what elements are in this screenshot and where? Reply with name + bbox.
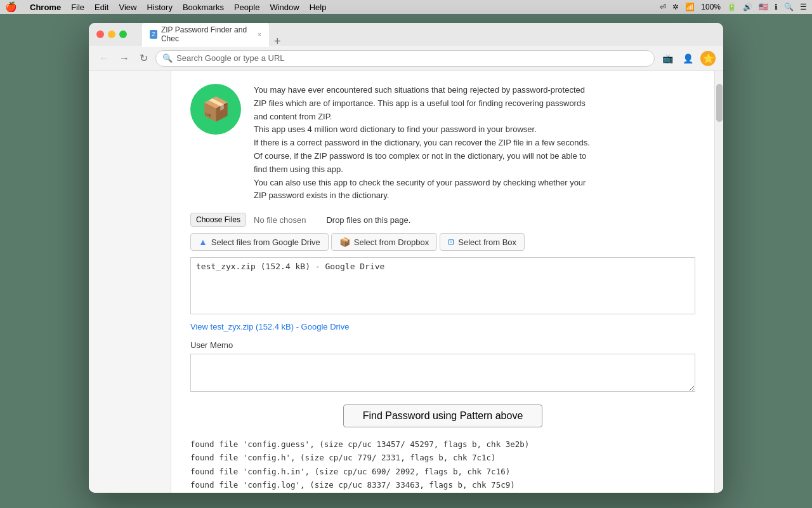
dropbox-label: Select from Dropbox bbox=[354, 237, 429, 247]
output-line-4: found file 'config.status', (size cp/uc … bbox=[190, 491, 695, 493]
intro-line-6: Of course, if the ZIP password is too co… bbox=[254, 151, 586, 161]
menubar-chrome[interactable]: Chrome bbox=[30, 3, 61, 12]
nav-bar: ← → ↻ 🔍 Search Google or type a URL 📺 👤 … bbox=[89, 46, 723, 71]
menubar-edit[interactable]: Edit bbox=[95, 3, 108, 12]
search-icon[interactable]: 🔍 bbox=[784, 3, 794, 11]
output-line-3: found file 'config.log', (size cp/uc 833… bbox=[190, 478, 695, 491]
battery-icon: 🔋 bbox=[727, 3, 737, 11]
menubar-people[interactable]: People bbox=[234, 3, 259, 12]
menubar-help[interactable]: Help bbox=[310, 3, 327, 12]
file-row: Choose Files No file chosen Drop files o… bbox=[190, 213, 695, 227]
file-display-area bbox=[190, 257, 695, 314]
dropbox-icon: 📦 bbox=[339, 237, 350, 247]
gdrive-label: Select files from Google Drive bbox=[211, 237, 320, 247]
output-log: found file 'config.guess', (size cp/uc 1… bbox=[190, 438, 695, 493]
box-icon: ⊡ bbox=[448, 237, 454, 246]
maximize-button[interactable] bbox=[119, 30, 127, 38]
file-section: Choose Files No file chosen Drop files o… bbox=[190, 213, 695, 331]
user-memo-input[interactable] bbox=[190, 354, 695, 392]
intro-line-7: find them using this app. bbox=[254, 164, 343, 174]
apple-icon: 🍎 bbox=[5, 1, 17, 13]
file-chosen-label: No file chosen bbox=[254, 215, 306, 225]
new-tab-button[interactable]: + bbox=[274, 36, 281, 47]
sidebar bbox=[89, 71, 171, 493]
drop-text: Drop files on this page. bbox=[326, 215, 410, 225]
info-icon: ℹ bbox=[775, 3, 778, 11]
view-file-link[interactable]: View test_zyx.zip (152.4 kB) - Google Dr… bbox=[190, 322, 349, 331]
menubar: 🍎 Chrome File Edit View History Bookmark… bbox=[0, 0, 812, 14]
view-link-container: View test_zyx.zip (152.4 kB) - Google Dr… bbox=[190, 322, 695, 331]
intro-line-5: If there is a correct password in the di… bbox=[254, 138, 590, 147]
page-content: 📦 You may have ever encountered such sit… bbox=[89, 71, 723, 493]
browser-window: Z ZIP Password Finder and Chec × + ← → ↻… bbox=[89, 23, 723, 493]
profile-icon[interactable]: 👤 bbox=[680, 51, 695, 66]
reload-button[interactable]: ↻ bbox=[137, 51, 150, 65]
tab-favicon: Z bbox=[150, 30, 157, 39]
active-tab[interactable]: Z ZIP Password Finder and Chec × bbox=[142, 23, 269, 47]
intro-line-8: You can also use this app to check the s… bbox=[254, 178, 586, 187]
intro-line-3: and content from ZIP. bbox=[254, 112, 332, 121]
gdrive-button[interactable]: ▲ Select files from Google Drive bbox=[190, 233, 329, 251]
tab-title: ZIP Password Finder and Chec bbox=[161, 25, 251, 43]
intro-section: 📦 You may have ever encountered such sit… bbox=[190, 84, 695, 203]
box-button[interactable]: ⊡ Select from Box bbox=[440, 233, 525, 251]
gdrive-icon: ▲ bbox=[199, 237, 207, 247]
address-text: Search Google or type a URL bbox=[176, 53, 285, 63]
intro-line-2: ZIP files which are of importance. This … bbox=[254, 98, 586, 108]
main-content: 📦 You may have ever encountered such sit… bbox=[171, 71, 714, 493]
menubar-history[interactable]: History bbox=[147, 3, 172, 12]
address-bar[interactable]: 🔍 Search Google or type a URL bbox=[155, 50, 655, 67]
intro-line-9: ZIP password exists in the dictionary. bbox=[254, 190, 389, 200]
intro-line-4: This app uses 4 million word dictionary … bbox=[254, 124, 537, 134]
tabs-bar: Z ZIP Password Finder and Chec × + bbox=[142, 23, 716, 47]
title-bar: Z ZIP Password Finder and Chec × + bbox=[89, 23, 723, 46]
close-button[interactable] bbox=[96, 30, 104, 38]
traffic-lights bbox=[96, 30, 127, 38]
flag-icon: 🇺🇸 bbox=[759, 3, 768, 11]
choose-files-button[interactable]: Choose Files bbox=[190, 213, 246, 227]
forward-button[interactable]: → bbox=[117, 51, 132, 65]
menubar-view[interactable]: View bbox=[119, 3, 136, 12]
tab-close-button[interactable]: × bbox=[258, 31, 261, 38]
intro-line-1: You may have ever encountered such situa… bbox=[254, 85, 585, 95]
scrollbar-thumb[interactable] bbox=[716, 84, 723, 122]
back-button[interactable]: ← bbox=[96, 51, 112, 65]
search-icon: 🔍 bbox=[162, 53, 173, 63]
cast-icon[interactable]: 📺 bbox=[660, 51, 675, 66]
find-password-button[interactable]: Find Password using Pattern above bbox=[343, 404, 543, 427]
dropbox-button[interactable]: 📦 Select from Dropbox bbox=[331, 233, 438, 251]
intro-text: You may have ever encountered such situa… bbox=[254, 84, 590, 203]
wifi-icon: 📶 bbox=[685, 3, 695, 11]
app-icon: 📦 bbox=[190, 84, 241, 135]
output-line-0: found file 'config.guess', (size cp/uc 1… bbox=[190, 438, 695, 451]
battery-label: 100% bbox=[701, 3, 721, 11]
time-machine-icon: ⏎ bbox=[660, 3, 666, 11]
minimize-button[interactable] bbox=[108, 30, 115, 38]
extension-icon[interactable]: ⭐ bbox=[700, 51, 716, 66]
bluetooth-icon: ✲ bbox=[672, 3, 679, 11]
box-label: Select from Box bbox=[458, 237, 516, 247]
menubar-bookmarks[interactable]: Bookmarks bbox=[183, 3, 224, 12]
nav-icons: 📺 👤 ⭐ bbox=[660, 51, 716, 66]
menubar-right: ⏎ ✲ 📶 100% 🔋 🔊 🇺🇸 ℹ 🔍 ☰ bbox=[660, 3, 807, 11]
output-line-2: found file 'config.h.in', (size cp/uc 69… bbox=[190, 465, 695, 478]
scrollbar-track[interactable] bbox=[714, 71, 723, 493]
output-line-1: found file 'config.h', (size cp/uc 779/ … bbox=[190, 451, 695, 464]
menubar-file[interactable]: File bbox=[71, 3, 84, 12]
menu-icon[interactable]: ☰ bbox=[800, 3, 807, 11]
zip-icon: 📦 bbox=[202, 96, 230, 123]
volume-icon: 🔊 bbox=[743, 3, 752, 11]
menubar-window[interactable]: Window bbox=[270, 3, 299, 12]
cloud-buttons: ▲ Select files from Google Drive 📦 Selec… bbox=[190, 233, 695, 251]
user-memo-label: User Memo bbox=[190, 340, 695, 350]
user-memo-section: User Memo bbox=[190, 340, 695, 404]
